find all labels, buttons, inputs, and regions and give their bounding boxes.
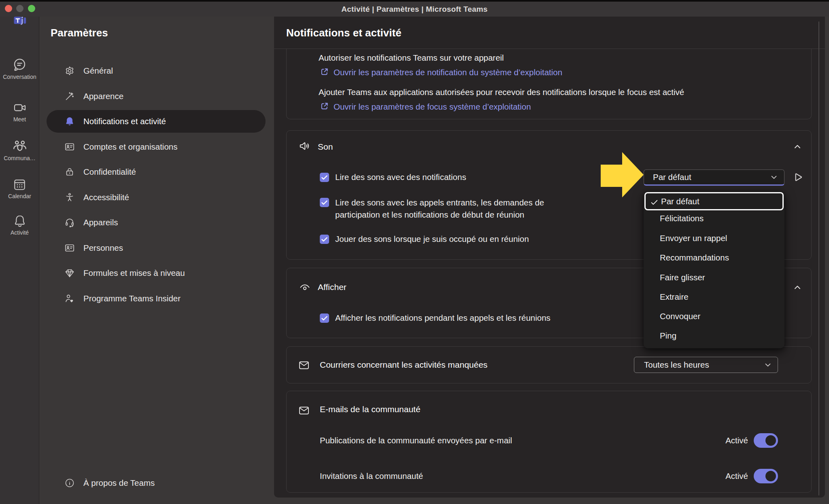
person-heart-icon (66, 295, 73, 302)
community-posts-label: Publications de la communauté envoyées p… (320, 436, 512, 445)
community-posts-state: Activé (725, 436, 748, 445)
community-invites-label: Invitations à la communauté (320, 471, 423, 481)
sounds-with-calls-checkbox[interactable] (320, 198, 329, 207)
community-invites-toggle[interactable] (754, 469, 778, 483)
sound-card-title: Son (318, 142, 333, 152)
sounds-with-calls-label: Lire des sons avec les appels entrants, … (335, 197, 562, 220)
info-icon (66, 479, 73, 487)
sidebar-item-privacy[interactable]: Confidentialité (47, 161, 266, 183)
eye-icon (299, 282, 311, 294)
gear-icon (66, 67, 73, 75)
zoom-window-button[interactable] (28, 5, 35, 12)
wand-icon (66, 93, 74, 100)
open-os-focus-settings-link[interactable]: Ouvrir les paramètres de focus système d… (320, 102, 531, 112)
bell-filled-icon (66, 117, 73, 125)
teams-settings-window: Activité | Paramètres | Microsoft Teams … (0, 0, 829, 504)
rail-item-communities[interactable]: Communa… (0, 138, 39, 161)
sidebar-item-label: Programme Teams Insider (83, 294, 181, 303)
lock-icon (67, 169, 73, 175)
menu-item-envoyer-un-rappel[interactable]: Envoyer un rappel (644, 229, 784, 248)
rail-label: Meet (0, 116, 39, 123)
rail-label: Calendar (0, 193, 39, 199)
settings-sidebar: Paramètres Général Apparence (39, 17, 274, 504)
settings-title: Paramètres (51, 27, 108, 39)
chat-bubble-icon (15, 59, 25, 69)
checkmark-icon (650, 198, 659, 207)
missed-activity-title: Courriers concernant les activités manqu… (320, 360, 487, 370)
rail-label: Conversation (0, 74, 39, 80)
camera-icon (14, 105, 21, 111)
sidebar-item-label: Formules et mises à niveau (83, 268, 185, 278)
community-invites-state: Activé (725, 471, 748, 481)
notification-sound-dropdown[interactable]: Par défaut (644, 169, 784, 186)
sidebar-item-label: Personnes (83, 243, 123, 253)
headset-icon (66, 219, 73, 227)
sidebar-item-plans[interactable]: Formules et mises à niveau (47, 262, 266, 284)
speaker-icon (298, 140, 311, 152)
show-notifications-in-calls-checkbox[interactable] (320, 313, 329, 323)
menu-item-convoquer[interactable]: Convoquer (644, 307, 784, 326)
sidebar-item-general[interactable]: Général (47, 59, 266, 82)
sidebar-item-insider[interactable]: Programme Teams Insider (47, 287, 266, 310)
checkmark-icon (320, 173, 329, 182)
focus-notifications-text: Ajouter Teams aux applications autorisée… (319, 87, 684, 97)
sidebar-item-devices[interactable]: Appareils (47, 211, 266, 234)
checkmark-icon (320, 313, 329, 323)
menu-item-extraire[interactable]: Extraire (644, 287, 784, 307)
show-notifications-in-calls-label: Afficher les notifications pendant les a… (335, 313, 551, 323)
notification-sound-menu: Par défaut Félicitations Envoyer un rapp… (644, 191, 784, 348)
sidebar-item-accounts[interactable]: Comptes et organisations (47, 136, 266, 158)
sidebar-item-label: Appareils (83, 218, 118, 227)
chevron-down-icon (769, 173, 778, 182)
menu-item-recommandations[interactable]: Recommandations (644, 248, 784, 267)
sidebar-item-people[interactable]: Personnes (47, 237, 266, 259)
id-card-icon (66, 144, 74, 150)
menu-item-par-defaut[interactable]: Par défaut (644, 192, 784, 210)
people-group-icon (15, 141, 18, 144)
open-os-notification-settings-link[interactable]: Ouvrir les paramètres de notification du… (320, 67, 562, 77)
sidebar-item-label: Apparence (83, 91, 123, 101)
rail-item-meet[interactable]: Meet (0, 101, 39, 123)
page-title: Notifications et activité (286, 27, 402, 39)
rail-item-activity[interactable]: Activité (0, 214, 39, 236)
sounds-with-notifications-label: Lire des sons avec des notifications (335, 172, 466, 182)
collapse-sound-chevron-icon[interactable] (793, 142, 802, 152)
menu-item-felicitations[interactable]: Félicitations (644, 209, 784, 228)
sidebar-item-appearance[interactable]: Apparence (47, 85, 266, 108)
toggle-knob (765, 471, 776, 481)
menu-item-ping[interactable]: Ping (644, 326, 784, 345)
scrollbar[interactable] (818, 21, 819, 496)
notification-sound-value: Par défaut (653, 170, 691, 184)
diamond-icon (66, 270, 73, 277)
rail-item-calendar[interactable]: Calendar (0, 178, 39, 199)
close-window-button[interactable] (5, 5, 12, 12)
minimize-window-button[interactable] (16, 5, 23, 12)
missed-activity-frequency-value: Toutes les heures (644, 357, 709, 373)
sidebar-item-label: Général (83, 66, 113, 76)
sounds-with-notifications-checkbox[interactable] (320, 173, 329, 182)
sounds-when-busy-checkbox[interactable] (320, 235, 329, 244)
menu-item-faire-glisser[interactable]: Faire glisser (644, 268, 784, 287)
chevron-down-icon (763, 360, 772, 369)
external-link-icon (320, 67, 329, 76)
rail-label: Activité (0, 229, 39, 236)
external-link-icon (320, 102, 329, 111)
sidebar-item-label: Confidentialité (83, 167, 136, 177)
sidebar-item-accessibility[interactable]: Accessibilité (47, 186, 266, 209)
mail-icon (298, 404, 310, 417)
sounds-when-busy-label: Jouer des sons lorsque je suis occupé ou… (335, 234, 529, 244)
play-sound-button[interactable] (792, 171, 804, 183)
sidebar-item-label: Notifications et activité (83, 116, 166, 126)
checkmark-icon (320, 235, 329, 244)
sidebar-item-about[interactable]: À propos de Teams (47, 472, 208, 494)
rail-item-conversation[interactable]: Conversation (0, 57, 39, 80)
community-posts-toggle[interactable] (754, 433, 778, 448)
sidebar-item-label: Comptes et organisations (83, 142, 177, 152)
sidebar-item-notifications[interactable]: Notifications et activité (47, 110, 266, 133)
teams-logo-icon (14, 16, 26, 26)
sidebar-item-label: Accessibilité (83, 193, 129, 202)
accessibility-icon (66, 193, 72, 201)
collapse-display-chevron-icon[interactable] (793, 283, 802, 292)
missed-activity-frequency-dropdown[interactable]: Toutes les heures (634, 357, 778, 373)
annotation-arrow-icon (599, 150, 646, 201)
